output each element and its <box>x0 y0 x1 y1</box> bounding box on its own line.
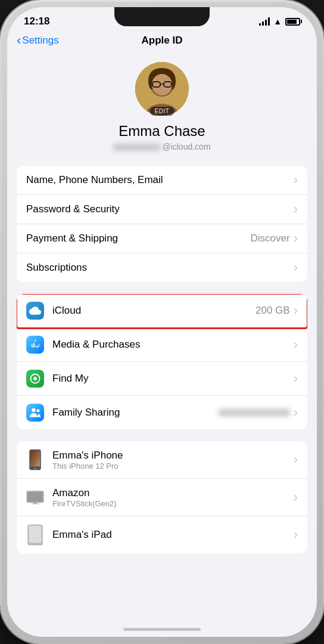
chevron-icon <box>294 174 298 187</box>
settings-row-name-phone[interactable]: Name, Phone Numbers, Email <box>17 166 307 195</box>
iphone-subtitle: This iPhone 12 Pro <box>52 462 294 470</box>
svg-point-9 <box>152 74 172 95</box>
ipad-device-icon <box>26 524 44 546</box>
signal-icon <box>259 17 270 26</box>
svg-point-17 <box>37 409 40 412</box>
payment-value: Discover <box>251 233 290 244</box>
back-chevron: ‹ <box>17 33 21 48</box>
iphone-name: Emma's iPhone <box>52 450 294 462</box>
settings-group-2: iCloud 200 GB A Media & Purchases <box>17 294 307 429</box>
settings-group-devices: Emma's iPhone This iPhone 12 Pro <box>17 441 307 553</box>
svg-rect-23 <box>28 492 43 501</box>
chevron-icon <box>294 406 298 419</box>
family-icon <box>26 404 44 422</box>
name-phone-label: Name, Phone Numbers, Email <box>26 174 294 186</box>
settings-row-icloud[interactable]: iCloud 200 GB <box>17 294 307 328</box>
home-indicator <box>123 628 201 631</box>
nav-bar: ‹ Settings Apple ID <box>7 32 317 52</box>
settings-row-payment-shipping[interactable]: Payment & Shipping Discover <box>17 224 307 253</box>
findmy-label: Find My <box>52 373 294 385</box>
settings-row-emmas-ipad[interactable]: Emma's iPad <box>17 516 307 553</box>
family-blur <box>219 409 290 416</box>
amazon-subtitle: FireTVStick(Gen2) <box>52 499 294 508</box>
svg-text:A: A <box>33 342 36 346</box>
chevron-icon <box>294 453 298 466</box>
back-label: Settings <box>22 35 58 47</box>
profile-email: @icloud.com <box>113 142 210 151</box>
back-button[interactable]: ‹ Settings <box>17 33 59 48</box>
amazon-tv-icon <box>26 487 44 508</box>
settings-row-subscriptions[interactable]: Subscriptions <box>17 253 307 282</box>
svg-rect-20 <box>30 451 40 467</box>
icloud-value: 200 GB <box>256 305 290 317</box>
chevron-icon <box>294 261 298 274</box>
content-area: EDIT Emma Chase @icloud.com Name, Phone … <box>7 52 317 628</box>
email-blur <box>113 144 161 151</box>
subscriptions-label: Subscriptions <box>26 262 294 274</box>
settings-row-password-security[interactable]: Password & Security <box>17 195 307 224</box>
page-title: Apple ID <box>142 35 183 47</box>
notch <box>114 7 210 26</box>
appstore-icon: A <box>26 336 44 354</box>
svg-point-15 <box>33 377 37 380</box>
password-security-label: Password & Security <box>26 203 294 215</box>
svg-rect-24 <box>33 503 36 504</box>
svg-point-21 <box>35 468 36 470</box>
svg-rect-25 <box>32 504 39 504</box>
phone-screen: 12:18 ▲ ‹ Settings Apple ID <box>7 7 317 637</box>
payment-shipping-label: Payment & Shipping <box>26 233 251 244</box>
icloud-icon <box>26 302 44 320</box>
settings-row-emmas-iphone[interactable]: Emma's iPhone This iPhone 12 Pro <box>17 441 307 479</box>
phone-frame: 12:18 ▲ ‹ Settings Apple ID <box>0 0 324 644</box>
svg-point-28 <box>35 544 36 546</box>
profile-name: Emma Chase <box>119 123 205 140</box>
chevron-icon <box>294 232 298 245</box>
svg-point-16 <box>32 408 36 413</box>
profile-section: EDIT Emma Chase @icloud.com <box>7 52 317 166</box>
status-icons: ▲ <box>259 17 300 26</box>
settings-row-find-my[interactable]: Find My <box>17 362 307 396</box>
chevron-icon <box>294 304 298 317</box>
email-suffix: @icloud.com <box>162 142 210 151</box>
iphone-info: Emma's iPhone This iPhone 12 Pro <box>52 450 294 470</box>
settings-group-1: Name, Phone Numbers, Email Password & Se… <box>17 166 307 282</box>
settings-row-family-sharing[interactable]: Family Sharing <box>17 396 307 429</box>
iphone-device-icon <box>26 449 44 470</box>
chevron-icon <box>294 338 298 351</box>
settings-row-media-purchases[interactable]: A Media & Purchases <box>17 328 307 362</box>
avatar-edit-label[interactable]: EDIT <box>150 107 175 116</box>
wifi-icon: ▲ <box>273 17 282 26</box>
media-purchases-label: Media & Purchases <box>52 339 294 351</box>
ipad-info: Emma's iPad <box>52 529 294 541</box>
icloud-label: iCloud <box>52 305 256 317</box>
amazon-info: Amazon FireTVStick(Gen2) <box>52 487 294 508</box>
avatar-container[interactable]: EDIT <box>135 62 189 116</box>
battery-icon <box>285 18 300 26</box>
chevron-icon <box>294 491 298 504</box>
findmy-icon <box>26 370 44 388</box>
svg-rect-27 <box>29 526 42 543</box>
amazon-name: Amazon <box>52 487 294 499</box>
family-sharing-label: Family Sharing <box>52 407 219 419</box>
settings-row-amazon[interactable]: Amazon FireTVStick(Gen2) <box>17 479 307 516</box>
chevron-icon <box>294 528 298 541</box>
chevron-icon <box>294 203 298 216</box>
status-time: 12:18 <box>24 16 49 27</box>
ipad-name: Emma's iPad <box>52 529 294 541</box>
chevron-icon <box>294 372 298 385</box>
